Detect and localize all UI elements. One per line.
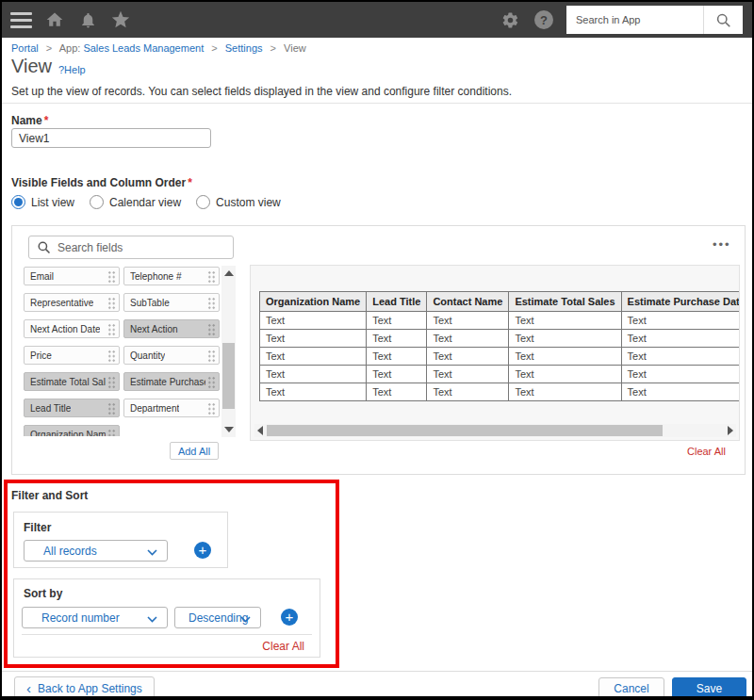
table-cell: Text [509,330,621,348]
preview-table: Organization NameLead TitleContact NameE… [259,291,740,401]
table-cell: Text [367,383,427,401]
clear-all-fields-link[interactable]: Clear All [687,446,726,457]
drag-handle-icon[interactable] [107,297,116,310]
table-row: TextTextTextTextText [260,383,741,401]
table-cell: Text [260,312,367,330]
filter-label: Filter [24,521,51,534]
scroll-right-arrow-icon[interactable] [728,426,733,435]
drag-handle-icon[interactable] [207,402,216,415]
page-title: View [11,56,52,77]
scrollbar-thumb[interactable] [222,343,235,409]
menu-icon[interactable] [10,12,32,28]
clear-all-sort-link[interactable]: Clear All [262,640,304,653]
add-all-button[interactable]: Add All [170,442,219,460]
help-link[interactable]: ?Help [58,64,86,75]
drag-handle-icon[interactable] [207,323,216,336]
view-settings-page: ? Portal > App: Sales Leads Management >… [0,0,754,700]
table-cell: Text [509,312,621,330]
search-fields-box [28,236,234,259]
drag-handle-icon[interactable] [207,350,216,363]
field-chip[interactable]: SubTable [123,293,220,312]
field-chip-list: EmailTelephone #RepresentativeSubTableNe… [24,267,221,436]
field-chip[interactable]: Quantity [123,346,220,365]
table-cell: Text [260,348,367,366]
back-to-app-settings-button[interactable]: ‹ Back to App Settings [14,676,155,700]
field-chip[interactable]: Telephone # [123,267,220,285]
sort-by-label: Sort by [24,587,62,600]
field-chip[interactable]: Estimate Total Sales [24,372,120,391]
table-row: TextTextTextTextText [260,312,741,330]
field-chip[interactable]: Next Action Date [24,319,120,338]
section-divider [2,103,752,104]
breadcrumb: Portal > App: Sales Leads Management > S… [11,42,306,54]
help-icon[interactable]: ? [534,10,553,29]
filter-box: Filter All records + [13,512,228,568]
view-type-radio-group: List view Calendar view Custom view [11,195,281,209]
field-chip[interactable]: Lead Title [24,399,120,417]
breadcrumb-app-prefix: App: [59,42,84,54]
field-chip[interactable]: Price [24,346,120,365]
drag-handle-icon[interactable] [107,350,116,363]
fields-panel: EmailTelephone #RepresentativeSubTableNe… [11,225,746,475]
radio-button-icon[interactable] [11,195,25,209]
table-cell: Text [427,348,509,366]
table-cell: Text [367,366,427,383]
preview-horizontal-scrollbar[interactable] [254,424,736,437]
table-cell: Text [260,330,367,348]
radio-custom-view[interactable]: Custom view [196,195,281,209]
breadcrumb-link-app[interactable]: Sales Leads Management [83,42,204,54]
table-cell: Text [509,383,621,401]
add-sort-button[interactable]: + [281,609,298,626]
radio-button-icon[interactable] [196,195,210,209]
breadcrumb-link-settings[interactable]: Settings [225,42,263,54]
chevron-down-icon [147,549,157,556]
drag-handle-icon[interactable] [207,376,216,389]
settings-gear-icon[interactable] [500,9,520,30]
add-filter-button[interactable]: + [194,542,211,559]
scrollbar-thumb[interactable] [267,425,663,436]
table-row: TextTextTextTextText [260,348,741,366]
table-cell: Text [260,366,367,383]
search-input[interactable] [566,6,703,34]
scroll-up-arrow-icon[interactable] [224,270,234,276]
column-header: Organization Name [260,292,367,312]
notifications-bell-icon[interactable] [77,9,98,30]
cancel-button[interactable]: Cancel [598,677,664,700]
drag-handle-icon[interactable] [207,270,216,284]
table-cell: Text [367,348,427,366]
field-chip[interactable]: Organization Name [24,425,120,436]
view-name-input[interactable] [11,128,211,148]
field-chip[interactable]: Representative [24,293,120,312]
drag-handle-icon[interactable] [107,323,116,336]
name-label: Name* [11,114,48,127]
home-icon[interactable] [44,9,65,30]
drag-handle-icon[interactable] [107,402,116,415]
field-chip[interactable]: Estimate Purchase D... [123,372,220,391]
filter-dropdown[interactable]: All records [24,540,168,562]
drag-handle-icon[interactable] [107,376,116,389]
more-options-icon[interactable]: ••• [713,237,731,252]
favorites-star-icon[interactable] [110,9,131,30]
scroll-down-arrow-icon[interactable] [224,427,234,432]
table-cell: Text [367,312,427,330]
radio-list-view[interactable]: List view [11,195,74,209]
search-button[interactable] [703,6,743,34]
drag-handle-icon[interactable] [107,270,116,284]
search-fields-input[interactable] [57,241,233,254]
field-chip[interactable]: Next Action [123,319,220,338]
save-button[interactable]: Save [672,677,746,700]
radio-button-icon[interactable] [90,195,104,209]
field-chip[interactable]: Email [24,267,120,285]
breadcrumb-link-portal[interactable]: Portal [11,42,39,54]
scroll-left-arrow-icon[interactable] [257,426,263,435]
table-cell: Text [260,383,367,401]
field-chip[interactable]: Department [123,399,220,417]
preview-table-body: TextTextTextTextTextTextTextTextTextText… [260,312,741,401]
search-icon [37,240,51,254]
sort-field-dropdown[interactable]: Record number [22,607,168,628]
drag-handle-icon[interactable] [107,429,116,436]
drag-handle-icon[interactable] [207,297,216,310]
sort-order-dropdown[interactable]: Descending [174,607,261,628]
radio-calendar-view[interactable]: Calendar view [90,195,181,209]
fields-vertical-scrollbar[interactable] [221,266,236,437]
